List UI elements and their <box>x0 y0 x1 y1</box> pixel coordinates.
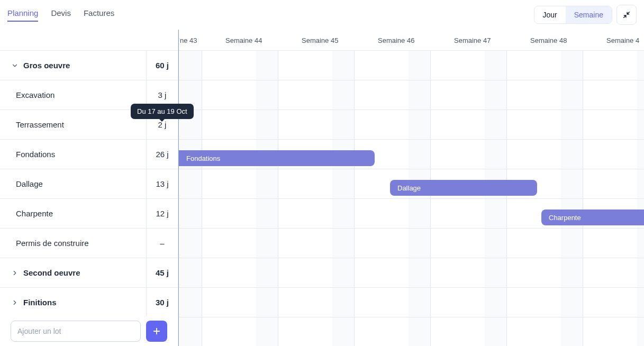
topbar: Planning Devis Factures Jour Semaine <box>0 0 644 30</box>
gantt-row <box>179 51 644 80</box>
add-lot-button[interactable] <box>146 321 167 342</box>
task-name-cell: Gros oeuvre <box>0 61 146 70</box>
add-lot-input[interactable] <box>11 321 141 342</box>
gantt-row <box>179 229 644 258</box>
right-controls: Jour Semaine <box>534 5 637 25</box>
task-duration: 12 j <box>146 199 178 228</box>
week-label: Semaine 47 <box>454 30 491 51</box>
view-week-button[interactable]: Semaine <box>566 6 612 23</box>
gantt-rows: Fondations Dallage Charpente <box>179 51 644 317</box>
sidebar-header <box>0 30 178 51</box>
task-row-charpente[interactable]: Charpente 12 j <box>0 199 178 229</box>
gantt-header: ne 43 Semaine 44 Semaine 45 Semaine 46 S… <box>179 30 644 51</box>
date-range-tooltip: Du 17 au 19 Oct <box>131 104 194 119</box>
task-name-cell: Second oeuvre <box>0 268 146 277</box>
chevron-right-icon <box>11 269 19 277</box>
gantt-row: Fondations <box>179 140 644 169</box>
gantt-row: Dallage <box>179 169 644 199</box>
task-row-finitions[interactable]: Finitions 30 j <box>0 288 178 316</box>
gantt-row: Charpente <box>179 199 644 229</box>
task-rows: Gros oeuvre 60 j Excavation 3 j Terrasse… <box>0 51 178 316</box>
task-name: Terrassement <box>16 120 64 129</box>
task-row-dallage[interactable]: Dallage 13 j <box>0 169 178 199</box>
view-switch: Jour Semaine <box>534 6 613 24</box>
task-duration: 30 j <box>146 288 178 316</box>
collapse-icon <box>623 11 630 19</box>
task-row-second-oeuvre[interactable]: Second oeuvre 45 j <box>0 258 178 288</box>
tabs: Planning Devis Factures <box>7 8 114 22</box>
collapse-fullscreen-button[interactable] <box>616 5 637 25</box>
tab-devis[interactable]: Devis <box>51 8 71 22</box>
gantt-row <box>179 258 644 288</box>
task-row-gros-oeuvre[interactable]: Gros oeuvre 60 j <box>0 51 178 80</box>
task-name: Dallage <box>16 179 43 188</box>
gantt-row <box>179 110 644 140</box>
task-row-permis[interactable]: Permis de construire – <box>0 229 178 258</box>
chevron-down-icon <box>11 61 19 70</box>
week-label: Semaine 44 <box>225 30 262 51</box>
task-sidebar: Gros oeuvre 60 j Excavation 3 j Terrasse… <box>0 30 178 346</box>
task-duration: 60 j <box>146 51 178 80</box>
tab-factures[interactable]: Factures <box>84 8 114 22</box>
week-label: Semaine 46 <box>378 30 414 51</box>
plus-icon <box>152 326 161 336</box>
week-label: Semaine 48 <box>530 30 567 51</box>
content: Gros oeuvre 60 j Excavation 3 j Terrasse… <box>0 30 644 346</box>
gantt-row <box>179 80 644 110</box>
sidebar-footer <box>0 316 178 346</box>
task-name-cell: Finitions <box>0 298 146 307</box>
task-name: Finitions <box>23 298 57 307</box>
task-duration: 26 j <box>146 140 178 169</box>
week-label: Semaine 4 <box>606 30 639 51</box>
task-row-fondations[interactable]: Fondations 26 j <box>0 140 178 169</box>
chevron-right-icon <box>11 298 19 307</box>
task-name: Second oeuvre <box>23 268 80 277</box>
week-label: Semaine 45 <box>302 30 338 51</box>
gantt-bar-charpente[interactable]: Charpente <box>541 210 644 225</box>
gantt-bar-fondations[interactable]: Fondations <box>179 150 375 166</box>
gantt-row <box>179 288 644 317</box>
tab-planning[interactable]: Planning <box>7 8 38 22</box>
task-name: Excavation <box>16 90 55 99</box>
task-name: Charpente <box>16 209 53 218</box>
task-name: Permis de construire <box>16 239 89 248</box>
task-name: Fondations <box>16 150 55 159</box>
gantt-panel[interactable]: ne 43 Semaine 44 Semaine 45 Semaine 46 S… <box>178 30 644 346</box>
task-duration: 13 j <box>146 169 178 198</box>
task-duration: – <box>146 229 178 258</box>
week-label: ne 43 <box>180 30 197 51</box>
view-day-button[interactable]: Jour <box>534 6 566 23</box>
gantt-bar-dallage[interactable]: Dallage <box>390 180 537 196</box>
gantt-body: Fondations Dallage Charpente <box>179 51 644 346</box>
task-duration: 45 j <box>146 258 178 287</box>
task-name: Gros oeuvre <box>23 61 70 70</box>
